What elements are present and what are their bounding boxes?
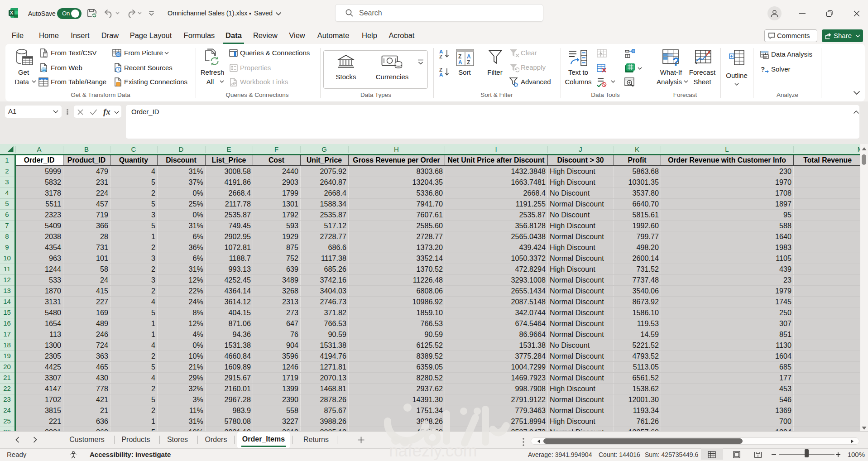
svg-text:A: A <box>439 72 443 77</box>
svg-text:X: X <box>10 10 14 15</box>
svg-text:Z: Z <box>458 53 461 60</box>
svg-text:A: A <box>458 59 462 66</box>
svg-text:?: ? <box>672 55 680 67</box>
svg-text:?: ? <box>761 65 765 73</box>
svg-text:nafezly.com: nafezly.com <box>389 442 477 460</box>
svg-text:Z: Z <box>467 59 470 66</box>
svg-text:Z: Z <box>439 54 442 59</box>
svg-text:A: A <box>467 53 471 60</box>
